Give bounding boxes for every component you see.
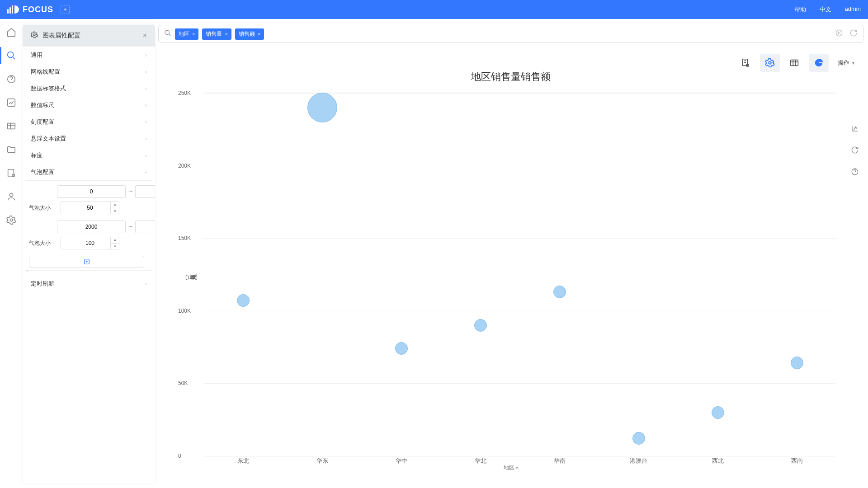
nav-chart[interactable] — [5, 97, 17, 108]
spinner-up-icon[interactable]: ▲ — [111, 237, 119, 244]
section-bubble-label: 气泡配置 — [31, 168, 54, 176]
nav-gear-page[interactable] — [5, 167, 17, 179]
bubble-point[interactable] — [395, 342, 408, 355]
svg-point-10 — [165, 30, 169, 34]
logo-text: FOCUS — [23, 5, 53, 14]
chevron-down-icon: ▾ — [852, 61, 854, 66]
nav-home[interactable] — [5, 26, 17, 38]
add-range-button[interactable] — [29, 256, 144, 267]
gear-icon — [6, 215, 16, 225]
chevron-right-icon: › — [145, 136, 147, 142]
nav-table[interactable] — [5, 120, 17, 132]
add-tab-button[interactable]: + — [61, 5, 70, 14]
bubble-point[interactable] — [307, 93, 337, 122]
bubble-point[interactable] — [632, 432, 645, 445]
bubble-point[interactable] — [553, 286, 566, 298]
tag-region[interactable]: 地区× — [175, 28, 198, 40]
spinner-down-icon[interactable]: ▼ — [111, 208, 119, 215]
x-axis-label[interactable]: 地区 ▾ — [504, 464, 518, 472]
help-button[interactable] — [851, 168, 859, 178]
main-area: 地区× 销售量× 销售额× 操作▾ 地区销售量销售额 销售额(总和) 050K1… — [158, 25, 863, 483]
y-tick: 0 — [178, 453, 181, 459]
section-scale-label: 刻度配置 — [31, 118, 54, 126]
nav-search[interactable] — [5, 50, 17, 61]
search-bar[interactable]: 地区× 销售量× 销售额× — [158, 25, 863, 43]
tag-remove-icon[interactable]: × — [225, 31, 227, 37]
x-tick: 华中 — [396, 457, 407, 465]
section-hover[interactable]: 悬浮文本设置› — [23, 130, 155, 147]
panel-close-button[interactable]: × — [143, 32, 147, 40]
expand-button[interactable] — [851, 124, 859, 134]
tag-label: 销售量 — [206, 30, 222, 38]
folder-icon — [6, 145, 16, 155]
section-grid[interactable]: 网格线配置› — [23, 63, 155, 80]
gear-icon — [31, 31, 38, 40]
range1-min-input[interactable] — [57, 185, 126, 198]
y-tick: 100K — [178, 308, 191, 314]
refresh-button[interactable] — [849, 29, 858, 39]
svg-point-7 — [10, 219, 13, 221]
table-view-button[interactable] — [784, 54, 804, 72]
tag-remove-icon[interactable]: × — [192, 31, 195, 37]
nav-user[interactable] — [5, 191, 17, 202]
chart-toolbar: 操作▾ — [158, 54, 863, 72]
bubble-config-body: ~ × 气泡大小 ▲▼ ~ × 气泡大小 ▲ — [25, 180, 152, 271]
nav-folder[interactable] — [5, 144, 17, 155]
operate-dropdown[interactable]: 操作▾ — [838, 59, 854, 67]
size1-spinner[interactable]: ▲▼ — [110, 202, 119, 214]
section-scale[interactable]: 刻度配置› — [23, 113, 155, 130]
reload-button[interactable] — [851, 146, 859, 156]
svg-point-6 — [9, 193, 13, 197]
section-grid-label: 网格线配置 — [31, 68, 60, 76]
tag-remove-icon[interactable]: × — [258, 31, 260, 37]
range2-min-input[interactable] — [57, 221, 126, 233]
bubble-point[interactable] — [791, 357, 803, 369]
chevron-right-icon: › — [145, 52, 147, 58]
section-general[interactable]: 通用› — [23, 47, 155, 63]
tag-label: 销售额 — [239, 30, 255, 38]
chevron-right-icon: › — [145, 119, 147, 125]
chart-settings-button[interactable] — [760, 54, 780, 72]
panel-title: 图表属性配置 — [42, 32, 80, 40]
nav-help[interactable] — [5, 73, 17, 85]
bubble-point[interactable] — [712, 406, 724, 419]
svg-rect-3 — [8, 123, 15, 129]
tag-sales-qty[interactable]: 销售量× — [202, 28, 231, 40]
svg-rect-15 — [791, 60, 798, 66]
section-metric[interactable]: 标度› — [23, 147, 155, 164]
lang-link[interactable]: 中文 — [820, 5, 831, 14]
range1-max-input[interactable] — [135, 185, 155, 198]
logo[interactable]: FOCUS — [7, 5, 53, 14]
help-link[interactable]: 帮助 — [794, 5, 806, 14]
tag-sales-amt[interactable]: 销售额× — [235, 28, 264, 40]
section-data-ruler-label: 数值标尺 — [31, 101, 54, 109]
search-icon — [164, 29, 171, 38]
chart-view-button[interactable] — [809, 54, 829, 72]
section-refresh-label: 定时刷新 — [31, 280, 54, 288]
spinner-down-icon[interactable]: ▼ — [111, 244, 119, 250]
x-tick: 华南 — [554, 457, 566, 465]
svg-rect-4 — [8, 169, 14, 177]
section-data-label-label: 数据标签格式 — [31, 84, 66, 93]
bubble-point[interactable] — [474, 319, 487, 332]
range2-max-input[interactable] — [135, 221, 155, 233]
chevron-down-icon: › — [143, 171, 149, 173]
bubble-size-label: 气泡大小 — [29, 239, 54, 247]
chart-title: 地区销售量销售额 — [158, 70, 863, 84]
section-data-ruler[interactable]: 数值标尺› — [23, 97, 155, 113]
range-separator: ~ — [128, 188, 132, 196]
section-bubble[interactable]: 气泡配置› — [23, 164, 155, 180]
section-data-label[interactable]: 数据标签格式› — [23, 80, 155, 97]
home-icon — [6, 27, 16, 37]
user-link[interactable]: admin — [845, 5, 861, 14]
section-refresh[interactable]: 定时刷新› — [23, 275, 155, 292]
spinner-up-icon[interactable]: ▲ — [111, 202, 119, 208]
help-icon — [6, 74, 16, 84]
nav-settings[interactable] — [5, 214, 17, 226]
undo-button[interactable] — [835, 29, 843, 39]
chevron-right-icon: › — [145, 69, 147, 75]
bubble-point[interactable] — [237, 294, 250, 307]
save-config-button[interactable] — [736, 54, 755, 72]
size2-spinner[interactable]: ▲▼ — [110, 237, 119, 249]
y-axis-label: 销售额(总和) — [185, 273, 189, 281]
